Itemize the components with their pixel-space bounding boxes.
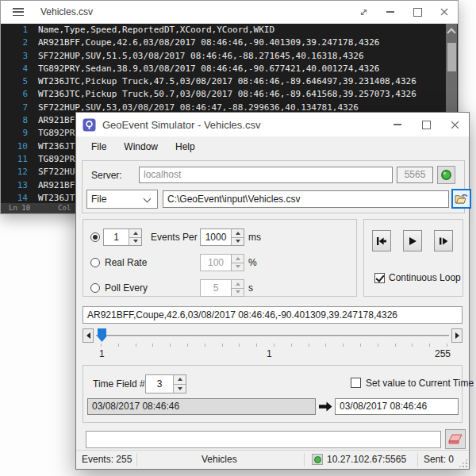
- line-text: AR921BFF,Coupe,42.6,03/08/2017 08:46:46,…: [38, 36, 379, 49]
- line-number: 7: [1, 102, 28, 114]
- simulator-window-title: GeoEvent Simulator - Vehicles.csv: [102, 119, 260, 131]
- line-text: AR921BF: [38, 114, 75, 127]
- slider-left-button[interactable]: [83, 328, 94, 343]
- spin-down-button[interactable]: [174, 384, 186, 393]
- connection-group: Server: localhost 5565 File C:\GeoEvent\…: [82, 160, 465, 213]
- scroll-up-icon[interactable]: [447, 28, 455, 36]
- spin-up-button[interactable]: [232, 229, 244, 237]
- spin-up-button[interactable]: [129, 229, 141, 237]
- real-rate-radio[interactable]: [90, 258, 100, 267]
- events-count-spinner[interactable]: 1: [103, 228, 142, 246]
- editor-line: 6WT236JTC,Pickup Truck,50.7,03/08/2017 0…: [1, 88, 447, 101]
- simulator-titlebar: GeoEvent Simulator - Vehicles.csv: [76, 113, 469, 136]
- browse-file-button[interactable]: [451, 189, 471, 209]
- connect-button[interactable]: [437, 166, 455, 184]
- play-icon: [407, 236, 418, 247]
- sent-count-status: Sent: 0: [424, 454, 454, 465]
- set-current-time-label: Set value to Current Time: [366, 378, 474, 389]
- poll-value: 5: [201, 280, 231, 296]
- editor-minimize-button[interactable]: [377, 1, 404, 23]
- seconds-unit-label: s: [248, 282, 253, 294]
- line-number: 5: [1, 75, 28, 88]
- output-time-field[interactable]: 03/08/2017 08:46:46: [335, 398, 459, 415]
- message-log-field[interactable]: [86, 431, 441, 448]
- slider-max-label: 255: [435, 348, 451, 359]
- event-slider-thumb[interactable]: [98, 328, 106, 342]
- server-port-input[interactable]: 5565: [397, 167, 433, 183]
- simulator-window: GeoEvent Simulator - Vehicles.csv File W…: [75, 112, 470, 470]
- menu-file[interactable]: File: [83, 139, 115, 155]
- restart-button[interactable]: [372, 230, 391, 251]
- poll-spinner[interactable]: 5: [200, 279, 244, 297]
- spin-down-button: [232, 263, 244, 271]
- editor-line: 4TG892PRY,Sedan,38.9,03/08/2017 08:46:46…: [1, 63, 447, 75]
- statusbar-divider: [304, 453, 305, 466]
- menubar: File Window Help: [76, 136, 469, 157]
- source-type-select[interactable]: File: [86, 190, 158, 209]
- event-slider-track[interactable]: [96, 335, 449, 336]
- simulator-maximize-button[interactable]: [412, 113, 440, 136]
- poll-every-label: Poll Every: [105, 282, 148, 294]
- slider-right-button[interactable]: [451, 328, 463, 343]
- connection-status-icon: [440, 169, 452, 181]
- line-text: SF722HUP,SUV,51.5,03/08/2017 08:46:46,-8…: [38, 50, 364, 63]
- line-text: SF722HU: [38, 166, 75, 178]
- real-rate-value: 100: [201, 255, 231, 271]
- spin-down-button[interactable]: [129, 237, 141, 246]
- time-field-value: 3: [146, 375, 173, 393]
- set-current-time-checkbox[interactable]: [351, 378, 361, 388]
- playback-group: Continuous Loop: [363, 219, 463, 297]
- minimize-icon: [386, 11, 394, 13]
- continuous-loop-checkbox[interactable]: [374, 273, 385, 283]
- resize-grip[interactable]: [459, 459, 467, 467]
- file-path-input[interactable]: C:\GeoEvent\input\Vehicles.csv: [163, 190, 449, 208]
- statusbar-divider: [136, 453, 137, 466]
- scrollbar-thumb[interactable]: [447, 43, 456, 71]
- line-number: 12: [1, 166, 28, 178]
- events-per-radio[interactable]: [90, 232, 100, 242]
- line-number: 4: [1, 63, 28, 75]
- open-folder-icon: [455, 194, 468, 205]
- line-text: TG892PRY,Sedan,38.9,03/08/2017 08:46:46,…: [38, 63, 379, 75]
- spin-down-button[interactable]: [232, 237, 244, 246]
- editor-line: 2AR921BFF,Coupe,42.6,03/08/2017 08:46:46…: [1, 36, 447, 49]
- real-rate-spinner[interactable]: 100: [200, 254, 244, 271]
- column-indicator: Col: [58, 203, 71, 213]
- slider-ticks: [101, 344, 447, 347]
- step-forward-icon: [438, 236, 449, 247]
- time-field-spinner[interactable]: 3: [145, 374, 186, 393]
- simulator-close-button[interactable]: [440, 113, 469, 136]
- spin-up-button: [232, 255, 244, 263]
- line-text: WT236JTC,Pickup Truck,47.5,03/08/2017 08…: [38, 75, 416, 88]
- time-field-label: Time Field #: [93, 378, 145, 390]
- close-icon: [440, 8, 448, 16]
- skip-to-start-icon: [376, 236, 387, 247]
- geoevent-app-icon: [83, 118, 96, 132]
- editor-fullscreen-button[interactable]: [350, 1, 377, 23]
- interval-spinner[interactable]: 1000: [200, 228, 244, 246]
- spin-down-button: [232, 288, 244, 297]
- eraser-icon: [448, 434, 463, 444]
- chevron-down-icon: [144, 195, 152, 203]
- current-event-field: AR921BFF,Coupe,42.6,03/08/2017 08:46:46,…: [83, 306, 463, 324]
- editor-maximize-button[interactable]: [404, 1, 431, 23]
- simulator-minimize-button[interactable]: [383, 113, 412, 136]
- hamburger-menu-icon[interactable]: [13, 8, 24, 16]
- events-count-status: Events: 255: [82, 454, 132, 465]
- spin-up-button: [232, 280, 244, 288]
- server-host-input[interactable]: localhost: [139, 167, 393, 183]
- step-button[interactable]: [434, 230, 453, 251]
- editor-close-button[interactable]: [431, 1, 458, 23]
- percent-unit-label: %: [248, 257, 257, 268]
- menu-window[interactable]: Window: [115, 139, 167, 155]
- spin-up-button[interactable]: [174, 375, 186, 384]
- play-button[interactable]: [403, 230, 422, 251]
- line-number: 10: [1, 140, 28, 153]
- menu-help[interactable]: Help: [167, 139, 204, 155]
- clear-log-button[interactable]: [445, 429, 466, 449]
- expand-icon: [359, 8, 368, 17]
- poll-every-radio[interactable]: [90, 283, 100, 293]
- time-field-group: Time Field # 3 Set value to Current Time…: [83, 365, 463, 423]
- events-per-label: Events Per: [151, 232, 198, 243]
- arrow-right-icon: [455, 332, 459, 339]
